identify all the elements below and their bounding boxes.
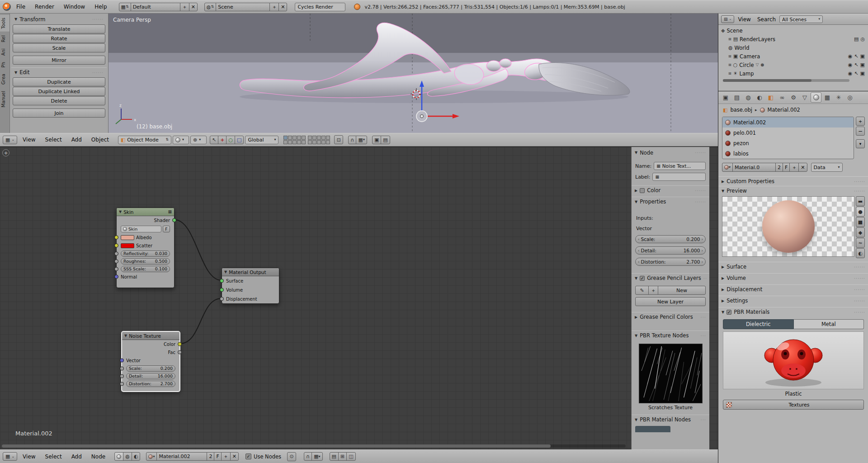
visibility-eye-icon[interactable]: ◉: [848, 71, 853, 76]
snap-element-select[interactable]: ▦▾: [356, 136, 367, 144]
outliner-row-camera[interactable]: ⊞ ▣ Camera ◉ ↖ ▣: [721, 52, 867, 61]
pbr-enable-checkbox[interactable]: [726, 310, 731, 315]
socket-displacement-in[interactable]: [220, 297, 224, 301]
panel-grip-icon[interactable]: ······: [854, 287, 865, 292]
modifiers-tab[interactable]: ⚙: [788, 92, 799, 103]
selectability-icon[interactable]: ↖: [854, 71, 858, 76]
backdrop-toggle[interactable]: ▤: [330, 452, 339, 461]
gp-new-layer-button[interactable]: New Layer: [635, 297, 706, 306]
gp-enable-checkbox[interactable]: [640, 276, 645, 281]
outliner-row-scene[interactable]: ◆ Scene: [721, 26, 867, 35]
node-noise-texture[interactable]: ▼ Noise Texture Color Fac Vector Scale:0…: [122, 331, 180, 392]
render-layers-tab[interactable]: ▤: [731, 92, 742, 103]
scene-browse-icon[interactable]: ◍⇅: [204, 3, 216, 11]
color-panel-header[interactable]: ▶ Color······: [632, 185, 709, 195]
blender-logo[interactable]: [3, 3, 11, 11]
socket-volume-in[interactable]: [220, 288, 224, 292]
properties-panel-header[interactable]: ▼Properties······: [632, 197, 709, 206]
detail-slider[interactable]: ‹ Detail: 16.000 ›: [635, 246, 706, 255]
pbr-material-panel-header[interactable]: ▼PBR Material Nodes···: [632, 415, 709, 424]
menu-render[interactable]: Render: [31, 3, 58, 11]
textures-button[interactable]: Textures: [723, 400, 864, 410]
panel-grip-icon[interactable]: ······: [854, 265, 865, 269]
socket-shader-out[interactable]: [172, 218, 176, 222]
node-collapse-icon[interactable]: ▼: [224, 270, 227, 274]
object-tab[interactable]: ◧: [765, 92, 776, 103]
snap-mode-select[interactable]: ▦▾: [311, 452, 322, 461]
socket-surface-in[interactable]: [220, 279, 224, 283]
node-menu-add[interactable]: Add: [67, 453, 86, 461]
node-canvas[interactable]: + ▼ Skin ▦ Shader Skin F A: [0, 147, 718, 449]
socket-vector-in[interactable]: [120, 359, 124, 363]
scene-add-button[interactable]: ＋: [269, 3, 279, 11]
material-slot-row[interactable]: labios: [722, 148, 854, 159]
surface-panel-header[interactable]: ▶Surface······: [718, 262, 868, 271]
slider-right-arrow-icon[interactable]: ›: [701, 248, 703, 253]
material-unlink-button[interactable]: ✕: [798, 163, 807, 172]
outliner-menu-search[interactable]: Search: [755, 15, 778, 24]
menu-help[interactable]: Help: [90, 3, 111, 11]
material-browse-button[interactable]: ▾: [722, 163, 733, 172]
panel-grip-icon[interactable]: ······: [854, 276, 865, 281]
outliner-row-world[interactable]: ◍ World: [721, 43, 867, 52]
material-unlink-button[interactable]: ✕: [230, 452, 239, 461]
manipulator-scale-toggle[interactable]: □: [235, 136, 244, 144]
custom-properties-panel-header[interactable]: ▶Custom Properties······: [718, 176, 868, 186]
scale-slider[interactable]: ‹ Scale: 0.200 ›: [635, 235, 706, 243]
opengl-render-image-button[interactable]: ▣: [372, 136, 381, 144]
scene-tab[interactable]: ◍: [743, 92, 754, 103]
settings-panel-header[interactable]: ▶Settings······: [718, 296, 868, 305]
tool-tab-relations[interactable]: Rel: [0, 33, 9, 45]
socket-roughness-in[interactable]: [114, 259, 118, 263]
slider-right-arrow-icon[interactable]: ›: [701, 237, 703, 241]
slot-remove-button[interactable]: −: [856, 127, 865, 136]
gp-draw-button[interactable]: ✎: [635, 286, 649, 295]
slider-left-arrow-icon[interactable]: ‹: [638, 248, 640, 253]
displacement-panel-header[interactable]: ▶Displacement······: [718, 284, 868, 294]
scene-name[interactable]: Scene: [216, 3, 270, 11]
pin-toggle[interactable]: ⊙: [287, 452, 296, 461]
duplicate-button[interactable]: Duplicate: [13, 77, 105, 86]
volume-panel-header[interactable]: ▶Volume······: [718, 273, 868, 283]
tool-tab-grease[interactable]: Grea: [0, 71, 9, 87]
pbr-materials-panel-header[interactable]: ▼ PBR Materials······: [718, 307, 868, 317]
outliner-row-renderlayers[interactable]: ⊞ ▤ RenderLayers ▤ ◎: [721, 35, 867, 43]
preview-cube-button[interactable]: ■: [856, 217, 865, 227]
view3d-menu-view[interactable]: View: [19, 136, 39, 144]
outliner-scope-select[interactable]: All Scenes ▾: [779, 15, 823, 23]
mirror-button[interactable]: Mirror: [13, 56, 105, 65]
node-editor-h-scrollbar[interactable]: [2, 444, 626, 448]
node-menu-view[interactable]: View: [19, 453, 39, 461]
preview-monkey-button[interactable]: ◆: [856, 227, 865, 237]
preview-panel-header[interactable]: ▼Preview······: [718, 186, 868, 195]
selectability-icon[interactable]: ↖: [854, 54, 858, 59]
duplicate-linked-button[interactable]: Duplicate Linked: [13, 87, 105, 96]
panel-grip-icon[interactable]: ······: [854, 189, 865, 194]
socket-detail-in[interactable]: [120, 374, 124, 378]
panel-grip-icon[interactable]: ······: [695, 150, 706, 155]
panel-grip-icon[interactable]: ······: [92, 70, 104, 75]
constraints-tab[interactable]: ∞: [777, 92, 788, 103]
renderlayer-toggle-icon[interactable]: ▤: [854, 37, 859, 42]
texture-tab[interactable]: ▦: [822, 92, 833, 103]
slot-specials-button[interactable]: ▾: [856, 139, 865, 148]
particles-tab[interactable]: ✳: [833, 92, 844, 103]
orientation-select[interactable]: Global ▾: [245, 136, 278, 144]
physics-tab[interactable]: ◎: [844, 92, 855, 103]
selectability-icon[interactable]: ↖: [854, 62, 858, 67]
socket-sss-scale-in[interactable]: [114, 267, 118, 271]
node-skin[interactable]: ▼ Skin ▦ Shader Skin F Albedo: [116, 208, 175, 288]
node-material-output[interactable]: ▼ Material Output Surface Volume Displac…: [222, 268, 279, 304]
copy-buffer-button[interactable]: ◫: [346, 452, 355, 461]
expand-icon[interactable]: ⊞: [728, 55, 731, 58]
socket-scatter-in[interactable]: [114, 244, 118, 248]
panel-grip-icon[interactable]: ······: [695, 199, 706, 204]
menu-window[interactable]: Window: [60, 3, 89, 11]
panel-grip-icon[interactable]: ······: [854, 298, 865, 303]
snap-toggle[interactable]: ∩: [304, 452, 312, 461]
expand-icon[interactable]: ⊞: [728, 63, 731, 67]
panel-grip-icon[interactable]: ······: [695, 188, 706, 193]
slider-left-arrow-icon[interactable]: ‹: [638, 260, 640, 264]
material-users-button[interactable]: 2: [775, 163, 783, 172]
color-enable-checkbox[interactable]: [640, 188, 645, 193]
